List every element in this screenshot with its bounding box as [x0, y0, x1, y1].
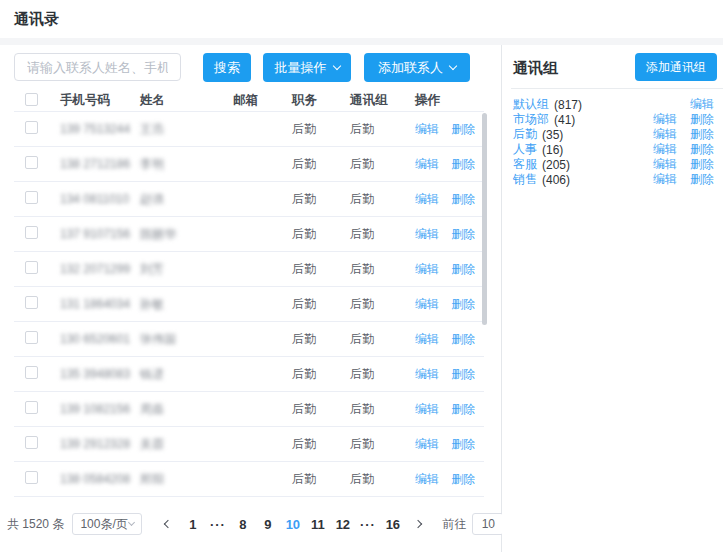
edit-link[interactable]: 编辑: [415, 367, 439, 381]
delete-link[interactable]: 删除: [451, 157, 475, 171]
edit-link[interactable]: 编辑: [415, 332, 439, 346]
row-checkbox[interactable]: [25, 331, 38, 344]
group-delete-link[interactable]: 删除: [690, 171, 714, 188]
search-input[interactable]: [14, 53, 181, 81]
delete-link[interactable]: 删除: [451, 227, 475, 241]
group-name-link[interactable]: 销售: [513, 171, 537, 188]
pager-ellipsis[interactable]: ···: [205, 517, 230, 532]
cell-phone-blurred: 131 1864034: [60, 297, 140, 311]
page-size-select[interactable]: 100条/页: [72, 513, 142, 535]
row-checkbox[interactable]: [25, 156, 38, 169]
row-checkbox[interactable]: [25, 121, 38, 134]
cell-phone-blurred: 139 2912328: [60, 437, 140, 451]
table-row: 139 7513244 王浩 后勤 后勤 编辑 删除: [14, 112, 484, 147]
page-number[interactable]: 8: [230, 517, 255, 532]
row-checkbox[interactable]: [25, 436, 38, 449]
edit-link[interactable]: 编辑: [415, 402, 439, 416]
cell-name-blurred: 张伟国: [140, 331, 233, 348]
cell-phone-blurred: 137 9107156: [60, 227, 140, 241]
goto-page-input[interactable]: [472, 513, 504, 535]
add-group-button[interactable]: 添加通讯组: [635, 53, 717, 81]
table-row: 139 2912328 吴霞 后勤 后勤 编辑 删除: [14, 427, 484, 462]
edit-link[interactable]: 编辑: [415, 227, 439, 241]
cell-position: 后勤: [292, 121, 350, 138]
group-row: 客服 (205) 编辑 删除: [513, 157, 714, 172]
contacts-page: 通讯录 搜索 批量操作 添加联系人 手机号码 姓名 邮箱 职务 通讯组 操作: [0, 0, 723, 552]
pager-ellipsis[interactable]: ···: [355, 517, 380, 532]
row-checkbox[interactable]: [25, 471, 38, 484]
delete-link[interactable]: 删除: [451, 472, 475, 486]
row-checkbox[interactable]: [25, 191, 38, 204]
add-contact-button[interactable]: 添加联系人: [364, 53, 470, 82]
row-checkbox[interactable]: [25, 226, 38, 239]
cell-position: 后勤: [292, 401, 350, 418]
page-number[interactable]: 16: [380, 517, 405, 532]
table-row: 130 6520601 张伟国 后勤 后勤 编辑 删除: [14, 322, 484, 357]
cell-phone-blurred: 135 3948083: [60, 367, 140, 381]
vertical-scrollbar[interactable]: [482, 113, 487, 325]
select-all-checkbox[interactable]: [25, 93, 38, 106]
page-number[interactable]: 9: [255, 517, 280, 532]
page-number[interactable]: 10: [280, 517, 305, 532]
edit-link[interactable]: 编辑: [415, 437, 439, 451]
chevron-down-icon: [449, 61, 457, 69]
table-row: 135 3948083 钱进 后勤 后勤 编辑 删除: [14, 357, 484, 392]
chevron-left-icon: [164, 520, 172, 528]
column-header-position: 职务: [292, 92, 350, 109]
cell-group: 后勤: [350, 121, 415, 138]
page-number[interactable]: 1: [180, 517, 205, 532]
edit-link[interactable]: 编辑: [415, 192, 439, 206]
pager: 1···89101112···16: [155, 517, 430, 532]
group-row: 销售 (406) 编辑 删除: [513, 172, 714, 187]
search-button[interactable]: 搜索: [203, 53, 251, 82]
cell-position: 后勤: [292, 226, 350, 243]
delete-link[interactable]: 删除: [451, 367, 475, 381]
batch-actions-button[interactable]: 批量操作: [263, 53, 351, 82]
column-header-actions: 操作: [415, 92, 484, 109]
cell-group: 后勤: [350, 226, 415, 243]
row-checkbox[interactable]: [25, 261, 38, 274]
cell-phone-blurred: 130 6520601: [60, 332, 140, 346]
page-numbers: 1···89101112···16: [180, 517, 405, 532]
next-page-button[interactable]: [405, 521, 430, 527]
cell-position: 后勤: [292, 366, 350, 383]
cell-group: 后勤: [350, 401, 415, 418]
column-header-name: 姓名: [140, 92, 233, 109]
row-checkbox[interactable]: [25, 296, 38, 309]
cell-name-blurred: 钱进: [140, 366, 233, 383]
group-count: (41): [554, 113, 575, 127]
batch-actions-label: 批量操作: [275, 59, 327, 77]
group-edit-link[interactable]: 编辑: [653, 171, 677, 188]
cell-position: 后勤: [292, 191, 350, 208]
row-checkbox[interactable]: [25, 366, 38, 379]
edit-link[interactable]: 编辑: [415, 157, 439, 171]
total-count-label: 共 1520 条: [7, 516, 64, 533]
cell-group: 后勤: [350, 296, 415, 313]
delete-link[interactable]: 删除: [451, 437, 475, 451]
edit-link[interactable]: 编辑: [415, 262, 439, 276]
page-number[interactable]: 12: [330, 517, 355, 532]
cell-group: 后勤: [350, 366, 415, 383]
delete-link[interactable]: 删除: [451, 297, 475, 311]
chevron-right-icon: [414, 520, 422, 528]
prev-page-button[interactable]: [155, 521, 180, 527]
row-checkbox[interactable]: [25, 401, 38, 414]
cell-phone-blurred: 132 2071299: [60, 262, 140, 276]
groups-panel-title: 通讯组: [513, 59, 558, 78]
delete-link[interactable]: 删除: [451, 192, 475, 206]
edit-link[interactable]: 编辑: [415, 472, 439, 486]
delete-link[interactable]: 删除: [451, 402, 475, 416]
group-count: (205): [542, 158, 570, 172]
delete-link[interactable]: 删除: [451, 262, 475, 276]
edit-link[interactable]: 编辑: [415, 122, 439, 136]
delete-link[interactable]: 删除: [451, 122, 475, 136]
cell-group: 后勤: [350, 471, 415, 488]
group-count: (16): [542, 143, 563, 157]
page-title: 通讯录: [14, 10, 59, 29]
edit-link[interactable]: 编辑: [415, 297, 439, 311]
group-row: 市场部 (41) 编辑 删除: [513, 112, 714, 127]
header-separator: [0, 38, 723, 45]
delete-link[interactable]: 删除: [451, 332, 475, 346]
group-list: 默认组 (817) 编辑 市场部 (41) 编辑 删除 后勤 (35) 编辑 删…: [513, 97, 714, 187]
page-number[interactable]: 11: [305, 517, 330, 532]
